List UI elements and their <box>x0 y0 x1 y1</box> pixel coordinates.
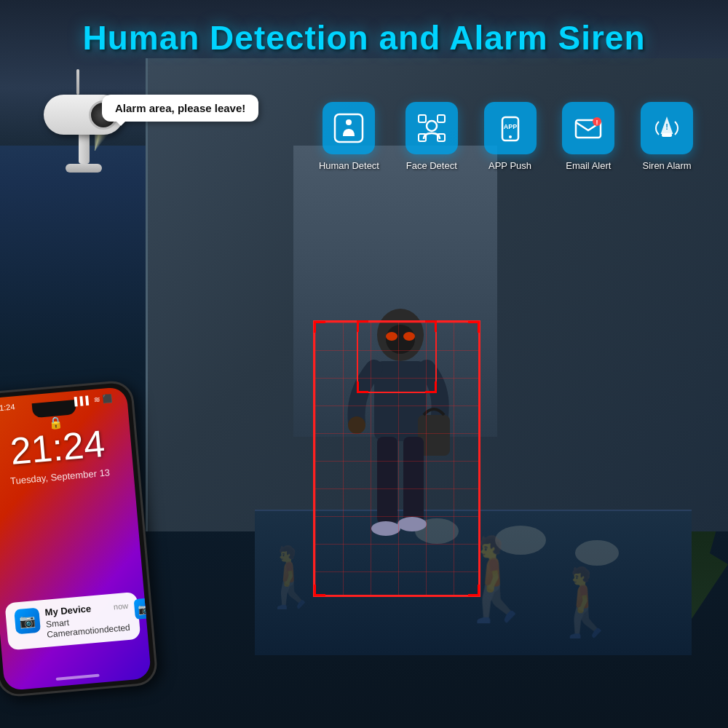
face-corner-br <box>425 381 437 393</box>
face-corner-tl <box>357 320 368 332</box>
alarm-text: Alarm area, please leave! <box>115 102 245 114</box>
notif-time: now <box>113 601 128 611</box>
app-push-label: APP Push <box>488 160 531 171</box>
feature-face-detect: Face Detect <box>405 102 458 171</box>
corner-top-left <box>314 321 325 333</box>
camera-icon-small: 📷 <box>138 602 151 614</box>
email-alert-icon: ! <box>573 113 604 143</box>
feature-human-detect: Human Detect <box>319 102 379 171</box>
svg-point-1 <box>346 119 352 125</box>
face-detect-label: Face Detect <box>406 160 457 171</box>
smartphone: 21:24 ▌▌▌ ≋ ⬛ 🔒 21:24 Tuesday, September… <box>0 379 159 698</box>
siren-alarm-icon-box: ! <box>641 102 693 154</box>
shadow-2 <box>575 540 619 566</box>
status-time: 21:24 <box>0 402 15 413</box>
app-push-icon: APP <box>495 113 526 143</box>
notif-camera-icon: 📷 <box>133 598 151 620</box>
camera-emoji: 📷 <box>19 612 36 630</box>
feature-app-push: APP APP Push <box>484 102 537 171</box>
notification-content: My Device now Smart Cameramotiondected <box>44 600 130 640</box>
phone-notification: 📷 My Device now Smart Cameramotiondected… <box>4 592 141 651</box>
svg-text:!: ! <box>596 119 598 126</box>
alarm-bubble: Alarm area, please leave! <box>102 95 258 122</box>
corner-top-right <box>468 321 480 333</box>
svg-rect-3 <box>419 115 426 122</box>
svg-point-2 <box>427 121 437 131</box>
notif-app-icon: 📷 <box>14 608 41 635</box>
feature-siren-alarm: ! Siren Alarm <box>641 102 693 171</box>
svg-text:APP: APP <box>503 123 517 130</box>
svg-text:!: ! <box>665 122 668 131</box>
phone-screen: 21:24 ▌▌▌ ≋ ⬛ 🔒 21:24 Tuesday, September… <box>0 387 151 691</box>
svg-rect-0 <box>335 114 363 142</box>
siren-alarm-icon: ! <box>652 113 682 143</box>
camera-base <box>66 164 102 173</box>
signal-icons: ▌▌▌ ≋ ⬛ <box>74 394 113 407</box>
camera-antenna <box>76 69 79 95</box>
human-detect-icon <box>333 113 364 143</box>
email-alert-icon-box: ! <box>562 102 614 154</box>
corner-bottom-left <box>314 585 325 596</box>
svg-rect-13 <box>662 133 672 137</box>
human-detect-icon-box <box>323 102 375 154</box>
app-push-icon-box: APP <box>484 102 537 154</box>
human-detect-label: Human Detect <box>319 160 379 171</box>
page-title: Human Detection and Alarm Siren <box>0 18 728 58</box>
phone-body: 21:24 ▌▌▌ ≋ ⬛ 🔒 21:24 Tuesday, September… <box>0 379 159 698</box>
camera-mount <box>79 135 90 164</box>
svg-point-9 <box>509 135 512 138</box>
siren-alarm-label: Siren Alarm <box>643 160 692 171</box>
home-indicator <box>56 674 100 681</box>
bg-intruder-2: 🚶 <box>545 564 626 641</box>
corner-bottom-right <box>468 585 480 596</box>
features-row: Human Detect Face Detect APP <box>306 102 706 171</box>
feature-email-alert: ! Email Alert <box>562 102 614 171</box>
face-corner-tr <box>425 320 437 332</box>
svg-rect-4 <box>438 115 445 122</box>
face-detect-icon <box>416 113 447 143</box>
face-detection-box <box>357 320 437 393</box>
face-detect-icon-box <box>405 102 458 154</box>
email-alert-label: Email Alert <box>566 160 611 171</box>
main-scene: Alarm area, please leave! Human Detectio… <box>0 0 728 728</box>
face-corner-bl <box>357 381 368 393</box>
